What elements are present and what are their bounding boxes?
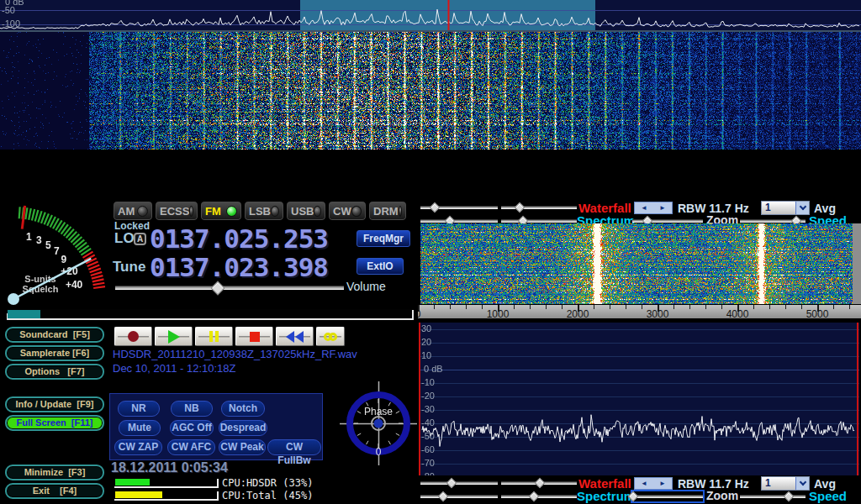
rbw-spinner-2[interactable]: ◄► (634, 477, 673, 490)
loop-button[interactable] (316, 327, 345, 346)
volume-slider[interactable] (115, 281, 344, 293)
chevron-down-icon[interactable] (795, 477, 809, 490)
audio-db-label: 10 (421, 350, 431, 360)
speed-label-2: Speed (809, 489, 847, 503)
exit-button[interactable]: Exit [F4] (5, 483, 104, 499)
lo-auto-badge[interactable]: A (134, 233, 146, 245)
slider-thumb[interactable] (429, 202, 440, 213)
playback-progress-bar[interactable] (7, 309, 414, 320)
cpu-hdsdr-bar (114, 478, 219, 488)
phase-dial[interactable] (340, 380, 417, 465)
slider-thumb[interactable] (514, 202, 525, 213)
waterfall-brightness-slider[interactable] (420, 202, 498, 213)
spectrum-offset-slider-2[interactable] (501, 491, 577, 501)
zoom-slider-2[interactable] (632, 491, 703, 501)
mode-label: FM (205, 205, 221, 218)
spin-right-icon[interactable]: ► (659, 204, 666, 212)
waterfall-contrast-slider[interactable] (501, 202, 577, 213)
spectrum-range-slider-2[interactable] (420, 491, 498, 501)
play-button[interactable] (155, 327, 193, 346)
spin-left-icon[interactable]: ◄ (641, 204, 647, 212)
ruler-tick (849, 305, 850, 309)
mute-button[interactable]: Mute (119, 420, 161, 436)
recording-timestamp: Dec 10, 2011 - 12:10:18Z (113, 362, 235, 375)
slider-thumb[interactable] (528, 491, 539, 502)
cw-afc-button[interactable]: CW AFC (167, 439, 215, 455)
soundcard-button[interactable]: Soundcard [F5] (5, 327, 104, 343)
slider-thumb[interactable] (535, 478, 546, 489)
freqmgr-button[interactable]: FreqMgr (357, 230, 410, 247)
despread-button[interactable]: Despread (219, 420, 267, 436)
spectrum-label-2[interactable]: Spectrum (577, 489, 635, 503)
mode-button-lsb[interactable]: LSB (244, 201, 284, 221)
notch-button[interactable]: Notch (221, 401, 265, 417)
stop-button[interactable] (235, 327, 273, 346)
cw-peak-button[interactable]: CW Peak (219, 439, 266, 455)
cpu-total-label: CPU:Total (45%) (222, 490, 313, 501)
nr-button[interactable]: NR (118, 401, 160, 417)
ruler-tick (753, 305, 754, 309)
chevron-down-icon[interactable] (795, 202, 809, 214)
volume-label: Volume (346, 280, 386, 293)
audio-waterfall-display[interactable] (420, 223, 853, 304)
extio-button[interactable]: ExtIO (357, 258, 404, 275)
ruler-tick (785, 305, 786, 309)
mode-label: DRM (373, 205, 399, 218)
waterfall-right-gutter (853, 223, 861, 304)
agc-off-button[interactable]: AGC Off (170, 420, 214, 436)
audio-spectrum-display[interactable] (419, 323, 859, 475)
waterfall-contrast-slider-2[interactable] (501, 478, 577, 488)
tune-frequency-display[interactable]: 0137.023.398 (150, 252, 328, 282)
options-button[interactable]: Options [F7] (5, 364, 104, 380)
rf-spectrum-panel[interactable]: 0 dB -50 -100 (0, 0, 861, 32)
ruler-tick (626, 305, 626, 309)
avg-dropdown[interactable]: 1 (761, 201, 810, 215)
cpu-hdsdr-label: CPU:HDSDR (33%) (222, 477, 313, 489)
samplerate-button[interactable]: Samplerate [F6] (5, 345, 104, 361)
avg-dropdown-value: 1 (762, 202, 795, 214)
rbw-spinner[interactable]: ◄► (634, 202, 673, 214)
mode-button-fm[interactable]: FM (200, 201, 242, 221)
audio-db-label: -20 (421, 391, 435, 401)
record-button[interactable] (114, 327, 152, 346)
spin-right-icon[interactable]: ► (659, 480, 666, 487)
audio-frequency-ruler[interactable]: 010002000300040005000 (418, 304, 861, 319)
mode-button-drm[interactable]: DRM (368, 201, 407, 221)
ruler-tick (482, 305, 483, 309)
mode-label: CW (333, 205, 351, 218)
waterfall-brightness-slider-2[interactable] (420, 478, 498, 488)
mode-button-cw[interactable]: CW (328, 201, 367, 221)
cw-zap-button[interactable]: CW ZAP (114, 439, 162, 455)
spin-left-icon[interactable]: ◄ (641, 480, 647, 487)
rf-db-label-100: -100 (2, 18, 20, 29)
datetime-display: 18.12.2011 0:05:34 (111, 460, 228, 475)
tune-label: Tune (113, 259, 145, 276)
slider-thumb[interactable] (446, 478, 457, 489)
mode-button-ecss[interactable]: ECSS (155, 201, 198, 221)
mode-button-usb[interactable]: USB (286, 201, 326, 221)
slider-track (420, 219, 498, 223)
s-meter[interactable] (2, 200, 111, 307)
fullscreen-button[interactable]: Full Screen [F11] (5, 415, 104, 431)
slider-thumb[interactable] (211, 281, 225, 296)
slider-thumb[interactable] (783, 491, 794, 502)
nb-button[interactable]: NB (171, 401, 213, 417)
speed-slider-2[interactable] (740, 491, 806, 501)
rewind-button[interactable] (276, 327, 314, 346)
mode-button-am[interactable]: AM (113, 201, 153, 221)
rf-spectrum-display[interactable] (0, 0, 861, 30)
cpu-total-fill (115, 491, 162, 498)
slider-thumb[interactable] (437, 491, 448, 502)
cw-fullbw-button[interactable]: CW FullBw (267, 439, 321, 455)
hdsdr-main-window: 1370001370051370101370151370201370251370… (0, 0, 861, 504)
ruler-label: 5000 (806, 308, 829, 319)
avg-dropdown-2[interactable]: 1 (761, 476, 810, 491)
minimize-button[interactable]: Minimize [F3] (5, 465, 104, 480)
pause-button[interactable] (195, 327, 233, 346)
slider-track (632, 495, 703, 498)
audio-spectrum-panel[interactable]: 302010 0 dB-10-20-30-40-50-60-70-80 (419, 323, 859, 475)
lo-frequency-display[interactable]: 0137.025.253 (150, 223, 328, 254)
info-update-button[interactable]: Info / Update [F9] (5, 396, 104, 412)
mode-led-icon (399, 206, 402, 217)
audio-db-label: -80 (421, 471, 435, 475)
